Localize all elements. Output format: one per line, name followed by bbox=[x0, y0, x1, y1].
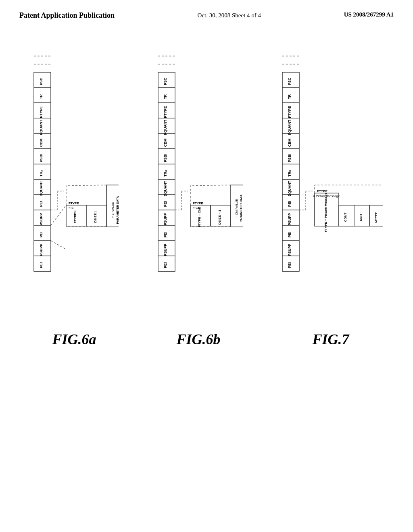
publication-number: US 2008/267299 A1 bbox=[344, 11, 394, 18]
fig6b-diagram: PSC TR PTYPE PQUANT CBM PSBI TR₂ DQUANT … bbox=[154, 48, 243, 324]
svg-text:PQUANT: PQUANT bbox=[39, 119, 43, 135]
publication-title: Patent Application Publication bbox=[19, 11, 115, 20]
fig6a-label: FIG.6a bbox=[52, 331, 96, 348]
svg-text:EBIT: EBIT bbox=[359, 214, 363, 221]
fig6b-label: FIG.6b bbox=[176, 331, 220, 348]
svg-text:DQUANT: DQUANT bbox=[39, 181, 43, 196]
svg-text:PSBI: PSBI bbox=[288, 154, 292, 162]
svg-text:TR₂: TR₂ bbox=[163, 170, 167, 177]
publication-date-sheet: Oct. 30, 2008 Sheet 4 of 4 bbox=[198, 11, 261, 19]
main-content: PSC TR PTYPE PQUANT CBM PSBI TR₂ DQUANT … bbox=[0, 32, 413, 356]
svg-text:PARAMETER DATA: PARAMETER DATA bbox=[116, 196, 119, 224]
svg-text:PSUPP: PSUPP bbox=[39, 244, 43, 256]
svg-text:PEI: PEI bbox=[39, 262, 43, 268]
svg-text:DSIZE = 1: DSIZE = 1 bbox=[218, 210, 221, 225]
svg-text:TR: TR bbox=[288, 94, 292, 99]
svg-text:PQUANT: PQUANT bbox=[288, 119, 292, 135]
fig6a-diagram: PSC TR PTYPE PQUANT CBM PSBI TR₂ DQUANT … bbox=[30, 48, 119, 324]
fig7-diagram: PSC TR PTYPE PQUANT CBM PSBI TR₂ DQUANT … bbox=[278, 48, 383, 324]
svg-text:= SI: = SI bbox=[73, 210, 77, 216]
svg-text:PEI: PEI bbox=[163, 262, 167, 268]
svg-line-91 bbox=[190, 185, 231, 186]
svg-text:FTYPE = CMI: FTYPE = CMI bbox=[198, 207, 201, 227]
svg-text:FTYPE: FTYPE bbox=[69, 202, 79, 205]
svg-text:PTYPE: PTYPE bbox=[39, 106, 43, 118]
svg-line-31 bbox=[51, 241, 66, 249]
page-header: Patent Application Publication Oct. 30, … bbox=[0, 0, 413, 24]
fig6b-svg: PSC TR PTYPE PQUANT CBM PSBI TR₂ DQUANT … bbox=[154, 48, 243, 322]
svg-text:PSBI: PSBI bbox=[39, 154, 43, 162]
svg-text:CBM: CBM bbox=[288, 139, 292, 147]
svg-text:TR: TR bbox=[39, 94, 43, 99]
svg-line-42 bbox=[66, 185, 106, 186]
fig6a-svg: PSC TR PTYPE PQUANT CBM PSBI TR₂ DQUANT … bbox=[30, 48, 119, 322]
svg-text:= CMI: = CMI bbox=[193, 206, 202, 210]
fig7-svg: PSC TR PTYPE PQUANT CBM PSBI TR₂ DQUANT … bbox=[278, 48, 383, 322]
svg-text:= Picture Message: = Picture Message bbox=[313, 194, 340, 198]
svg-text:PSUPP: PSUPP bbox=[288, 213, 292, 226]
svg-text:PSBI: PSBI bbox=[163, 154, 167, 162]
svg-text:= SI: = SI bbox=[69, 206, 74, 210]
svg-text:CONT: CONT bbox=[344, 213, 347, 222]
svg-text:PARAMETER DATA: PARAMETER DATA bbox=[239, 194, 243, 222]
svg-text:FTYPE: FTYPE bbox=[317, 189, 327, 193]
svg-text:PEI: PEI bbox=[288, 232, 292, 238]
fig7-label: FIG.7 bbox=[312, 331, 349, 348]
svg-text:DQUANT: DQUANT bbox=[288, 181, 292, 196]
svg-text:PSUPP: PSUPP bbox=[163, 244, 167, 256]
svg-text:PSC: PSC bbox=[288, 77, 292, 85]
svg-text:CBM: CBM bbox=[163, 139, 167, 147]
svg-text:TR: TR bbox=[163, 94, 167, 99]
figure-6a: PSC TR PTYPE PQUANT CBM PSBI TR₂ DQUANT … bbox=[30, 48, 119, 348]
svg-text:MTYPE: MTYPE bbox=[374, 212, 378, 223]
svg-text:PSUPP: PSUPP bbox=[163, 213, 167, 226]
svg-text:PTYPE: PTYPE bbox=[163, 106, 167, 118]
svg-text:TR₂: TR₂ bbox=[288, 170, 292, 177]
svg-text:= 1: = 1 bbox=[94, 211, 97, 216]
svg-text:PTYPE: PTYPE bbox=[288, 106, 292, 118]
svg-text:PSC: PSC bbox=[39, 77, 43, 85]
svg-text:PQUANT: PQUANT bbox=[163, 119, 167, 135]
svg-text:= CMI VALUE: = CMI VALUE bbox=[235, 199, 238, 218]
svg-text:CBM: CBM bbox=[39, 139, 43, 147]
svg-text:PEI: PEI bbox=[39, 232, 43, 238]
svg-text:PEI: PEI bbox=[163, 201, 167, 207]
svg-text:DQUANT: DQUANT bbox=[163, 181, 167, 196]
figure-6b: PSC TR PTYPE PQUANT CBM PSBI TR₂ DQUANT … bbox=[154, 48, 243, 348]
svg-text:PEI: PEI bbox=[163, 232, 167, 238]
svg-text:= SI VALUE: = SI VALUE bbox=[111, 202, 115, 218]
svg-text:TR₂: TR₂ bbox=[39, 170, 43, 177]
svg-line-30 bbox=[51, 205, 66, 225]
svg-text:PEI: PEI bbox=[288, 201, 292, 207]
svg-text:FTYPE: FTYPE bbox=[193, 202, 203, 205]
svg-text:PEI: PEI bbox=[288, 262, 292, 268]
figure-7: PSC TR PTYPE PQUANT CBM PSBI TR₂ DQUANT … bbox=[278, 48, 383, 348]
svg-text:PEI: PEI bbox=[39, 201, 43, 207]
svg-text:PSUPP: PSUPP bbox=[288, 244, 292, 256]
svg-text:PSUPP: PSUPP bbox=[39, 213, 43, 226]
svg-text:PSC: PSC bbox=[163, 77, 167, 85]
